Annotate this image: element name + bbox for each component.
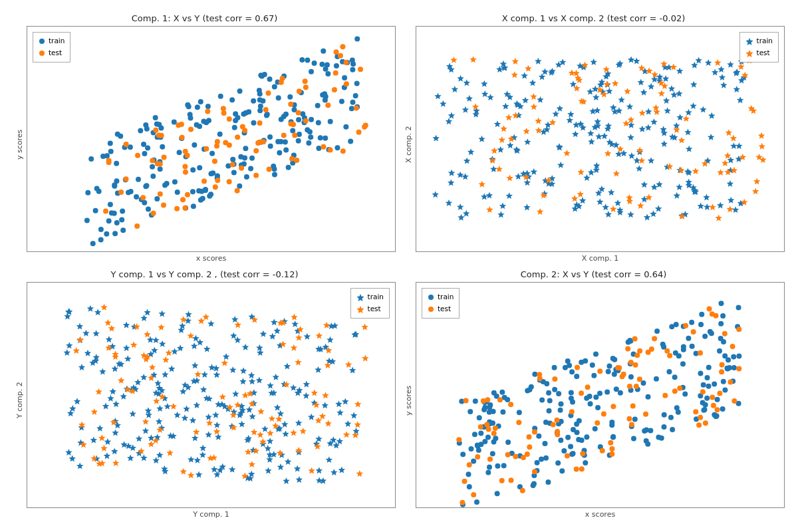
chart-tr-scatter: train test [416, 26, 785, 252]
svg-point-1 [39, 51, 45, 56]
chart-br-scatter: train test [416, 282, 785, 508]
scatter-canvas-tr [416, 27, 784, 251]
scatter-canvas-br [416, 283, 784, 507]
svg-marker-4 [356, 294, 364, 301]
chart-br-xlabel: x scores [416, 510, 785, 519]
chart-bl-title: Y comp. 1 vs Y comp. 2 , (test corr = -0… [111, 269, 299, 279]
svg-marker-2 [745, 38, 753, 45]
chart-tl-title: Comp. 1: X vs Y (test corr = 0.67) [132, 13, 278, 23]
chart-tr-legend: train test [739, 32, 779, 63]
chart-tr-ylabel: X comp. 2 [402, 26, 414, 263]
svg-point-7 [428, 307, 434, 312]
chart-bl-xlabel: Y comp. 1 [27, 510, 396, 519]
chart-top-left: Comp. 1: X vs Y (test corr = 0.67) y sco… [13, 13, 396, 263]
legend-train-label-tr: train [757, 35, 773, 47]
legend-train-label-br: train [438, 291, 454, 303]
chart-br-legend: train test [422, 288, 460, 319]
chart-br-ylabel: y scores [402, 282, 414, 519]
chart-tl-xlabel: x scores [27, 254, 396, 263]
chart-tl-scatter: train test [27, 26, 396, 252]
svg-marker-3 [745, 50, 753, 57]
svg-point-0 [39, 39, 45, 44]
chart-bl-ylabel: Y comp. 2 [13, 282, 25, 519]
chart-bl-scatter: train test [27, 282, 396, 508]
chart-bl-legend: train test [350, 288, 390, 319]
chart-tl-legend: train test [33, 32, 70, 63]
legend-train-label: train [49, 35, 65, 47]
scatter-canvas-tl [27, 27, 395, 251]
svg-marker-5 [356, 306, 364, 313]
main-container: Comp. 1: X vs Y (test corr = 0.67) y sco… [0, 0, 798, 532]
chart-bottom-left: Y comp. 1 vs Y comp. 2 , (test corr = -0… [13, 269, 396, 519]
legend-test-label-br: test [438, 303, 451, 315]
scatter-canvas-bl [27, 283, 395, 507]
legend-test-label-bl: test [368, 303, 381, 315]
chart-br-title: Comp. 2: X vs Y (test corr = 0.64) [521, 269, 667, 279]
chart-tl-ylabel: y scores [13, 26, 25, 263]
legend-train-label-bl: train [368, 291, 384, 303]
chart-bottom-right: Comp. 2: X vs Y (test corr = 0.64) y sco… [402, 269, 785, 519]
chart-tr-title: X comp. 1 vs X comp. 2 (test corr = -0.0… [502, 13, 686, 23]
chart-top-right: X comp. 1 vs X comp. 2 (test corr = -0.0… [402, 13, 785, 263]
legend-test-label: test [49, 47, 62, 59]
svg-point-6 [428, 295, 434, 300]
legend-test-label-tr: test [757, 47, 770, 59]
chart-tr-xlabel: X comp. 1 [416, 254, 785, 263]
